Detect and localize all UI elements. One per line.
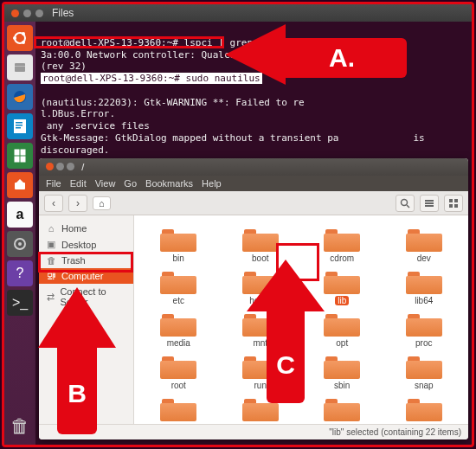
- launcher-calc[interactable]: [7, 143, 33, 169]
- forward-button[interactable]: ›: [68, 195, 87, 212]
- folder-icon: [242, 353, 279, 379]
- nautilus-window: / File Edit View Go Bookmarks Help ‹ › ⌂…: [39, 158, 468, 439]
- close-icon[interactable]: [46, 163, 54, 170]
- view-grid-icon[interactable]: [444, 195, 463, 212]
- svg-rect-25: [449, 204, 453, 208]
- annot-box-lib: [276, 243, 319, 281]
- folder-item[interactable]: sys: [222, 394, 300, 424]
- term-line-highlight: root@dell-XPS-13-9360:~# sudo nautilus: [41, 73, 262, 84]
- nautilus-toolbar: ‹ › ⌂: [39, 191, 468, 215]
- svg-point-18: [402, 199, 408, 205]
- folder-icon: [160, 311, 196, 337]
- svg-rect-15: [15, 183, 25, 189]
- svg-rect-26: [454, 204, 458, 208]
- search-icon[interactable]: [396, 195, 415, 212]
- window-title: Files: [52, 7, 74, 19]
- menu-bookmarks[interactable]: Bookmarks: [145, 178, 193, 189]
- nautilus-menubar: File Edit View Go Bookmarks Help: [39, 176, 468, 191]
- launcher-trash[interactable]: 🗑: [10, 415, 29, 438]
- folder-item[interactable]: srv: [139, 394, 218, 424]
- launcher-settings[interactable]: [7, 231, 33, 257]
- svg-point-17: [18, 242, 22, 246]
- minimize-icon[interactable]: [23, 10, 31, 17]
- folder-icon: [324, 268, 360, 294]
- folder-label: lib64: [415, 296, 433, 305]
- launcher-terminal[interactable]: >_: [7, 290, 33, 316]
- launcher-dash[interactable]: [7, 25, 33, 51]
- folder-label: opt: [336, 338, 348, 348]
- folder-item[interactable]: tmp: [303, 394, 382, 424]
- folder-item[interactable]: tmp: [385, 394, 464, 424]
- folder-icon: [406, 311, 442, 337]
- folder-icon: [160, 226, 196, 252]
- folder-icon: [160, 395, 196, 421]
- close-icon[interactable]: [11, 10, 19, 17]
- desktop-icon: ▣: [46, 239, 56, 250]
- folder-item[interactable]: opt: [303, 309, 382, 350]
- folder-item[interactable]: lib64: [385, 266, 464, 307]
- menu-view[interactable]: View: [95, 178, 116, 189]
- svg-rect-24: [454, 199, 458, 202]
- folder-label: boot: [252, 253, 268, 263]
- folder-label: bin: [173, 253, 184, 263]
- home-icon: ⌂: [46, 223, 56, 234]
- term-line: any .service files: [41, 120, 150, 131]
- svg-rect-22: [425, 205, 434, 207]
- maximize-icon[interactable]: [67, 163, 74, 170]
- svg-rect-21: [425, 202, 434, 204]
- folder-icon: [160, 268, 196, 294]
- sidebar-item-label: Home: [61, 223, 87, 234]
- folder-item[interactable]: mnt: [222, 309, 300, 350]
- folder-item[interactable]: sbin: [303, 351, 382, 392]
- term-line: (nautilus:22203): Gtk-WARNING **: Failed…: [41, 97, 472, 120]
- folder-item[interactable]: bin: [139, 224, 218, 265]
- back-button[interactable]: ‹: [44, 195, 63, 212]
- launcher-amazon[interactable]: a: [7, 202, 33, 228]
- term-line: Gtk-Message: GtkDialog mapped without a …: [41, 132, 430, 156]
- term-line: 3a:00.0 Network controller: Qualcom Athe…: [41, 49, 465, 73]
- folder-label: home: [249, 296, 271, 305]
- folder-item[interactable]: root: [139, 351, 218, 392]
- launcher-software[interactable]: [7, 172, 33, 198]
- folder-label: etc: [173, 296, 184, 305]
- folder-item[interactable]: proc: [385, 309, 464, 350]
- menu-file[interactable]: File: [46, 178, 61, 189]
- svg-rect-9: [16, 125, 23, 126]
- folder-icon: [406, 353, 442, 379]
- sidebar-item-label: Desktop: [61, 240, 96, 250]
- maximize-icon[interactable]: [35, 10, 43, 17]
- launcher-files[interactable]: [7, 55, 33, 80]
- svg-point-1: [13, 36, 16, 40]
- launcher-help[interactable]: ?: [7, 260, 33, 286]
- folder-label: sbin: [334, 381, 350, 390]
- status-text: "lib" selected (containing 22 items): [329, 427, 461, 437]
- menu-go[interactable]: Go: [124, 178, 137, 189]
- folder-icon: [324, 395, 360, 421]
- menu-help[interactable]: Help: [202, 178, 222, 189]
- svg-rect-5: [15, 66, 25, 67]
- folder-item[interactable]: etc: [139, 266, 218, 307]
- svg-line-19: [407, 205, 409, 208]
- window-titlebar: Files: [4, 4, 472, 22]
- folder-icon: [242, 311, 279, 337]
- sidebar-item-home[interactable]: ⌂Home: [39, 221, 133, 236]
- folder-item[interactable]: run: [222, 351, 300, 392]
- nautilus-sidebar: ⌂Home ▣Desktop 🗑Trash 🖳Computer ⇄Connect…: [39, 215, 134, 424]
- folder-icon: [324, 311, 360, 337]
- annot-box-computer: [38, 252, 133, 273]
- folder-item[interactable]: snap: [385, 351, 464, 392]
- menu-edit[interactable]: Edit: [70, 178, 87, 189]
- folder-item[interactable]: media: [139, 309, 218, 350]
- folder-item[interactable]: dev: [385, 224, 464, 265]
- sidebar-item-desktop[interactable]: ▣Desktop: [39, 236, 133, 253]
- launcher-firefox[interactable]: [7, 84, 33, 110]
- folder-label: dev: [417, 253, 431, 263]
- minimize-icon[interactable]: [56, 163, 64, 170]
- sidebar-item-connect[interactable]: ⇄Connect to Server: [39, 284, 133, 310]
- view-list-icon[interactable]: [420, 195, 439, 212]
- folder-icon: [160, 353, 196, 379]
- sidebar-item-label: Connect to Server: [60, 286, 126, 307]
- path-crumb-root[interactable]: ⌂: [93, 196, 111, 210]
- window-controls: [11, 10, 43, 17]
- launcher-writer[interactable]: [7, 113, 33, 139]
